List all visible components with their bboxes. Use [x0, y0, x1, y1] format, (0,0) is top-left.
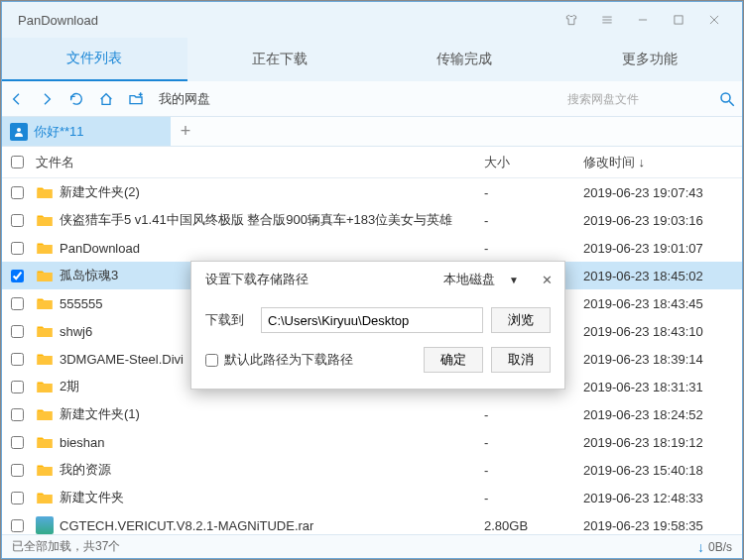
folder-icon [36, 322, 54, 340]
download-icon: ↓ [697, 539, 704, 555]
file-time: 2019-06-23 18:43:45 [583, 296, 742, 311]
folder-icon [36, 461, 54, 479]
refresh-button[interactable] [62, 81, 91, 117]
table-row[interactable]: bieshan-2019-06-23 18:19:12 [2, 428, 742, 456]
search-input[interactable] [567, 92, 667, 106]
file-time: 2019-06-23 18:45:02 [583, 269, 742, 283]
row-checkbox[interactable] [11, 242, 24, 255]
file-size: - [484, 213, 583, 228]
svg-rect-23 [38, 495, 53, 504]
minimize-button[interactable] [625, 2, 661, 38]
search-icon[interactable] [712, 84, 742, 114]
table-row[interactable]: 新建文件夹(2)-2019-06-23 19:07:43 [2, 178, 742, 206]
row-checkbox[interactable] [11, 381, 24, 393]
select-all-checkbox[interactable] [11, 156, 24, 168]
column-name[interactable]: 文件名 [32, 154, 484, 171]
file-time: 2019-06-23 19:03:16 [583, 213, 742, 228]
file-name: 555555 [60, 296, 102, 311]
default-path-checkbox[interactable]: 默认此路径为下载路径 [205, 351, 353, 369]
file-time: 2019-06-23 18:24:52 [583, 407, 742, 422]
svg-rect-16 [38, 300, 53, 309]
svg-line-10 [729, 101, 734, 106]
disk-selector[interactable]: 本地磁盘 ▼ [443, 271, 529, 288]
svg-rect-14 [38, 245, 53, 254]
tab-more[interactable]: 更多功能 [558, 38, 743, 81]
row-checkbox[interactable] [11, 353, 24, 366]
speed-text: 0B/s [708, 540, 732, 554]
file-name: CGTECH.VERICUT.V8.2.1-MAGNiTUDE.rar [60, 518, 313, 533]
back-button[interactable] [2, 81, 32, 117]
toolbar: 我的网盘 [2, 81, 742, 117]
file-size: - [484, 435, 583, 450]
file-name: 孤岛惊魂3 [60, 267, 118, 284]
table-row[interactable]: CGTECH.VERICUT.V8.2.1-MAGNiTUDE.rar2.80G… [2, 511, 742, 534]
row-checkbox[interactable] [11, 519, 24, 532]
account-name: 你好**11 [34, 123, 84, 141]
file-list: 新建文件夹(2)-2019-06-23 19:07:43侠盗猎车手5 v1.41… [2, 178, 742, 534]
breadcrumb[interactable]: 我的网盘 [151, 90, 567, 108]
download-path-input[interactable] [261, 307, 483, 333]
table-row[interactable]: PanDownload-2019-06-23 19:01:07 [2, 234, 742, 262]
archive-icon [36, 516, 54, 534]
row-checkbox[interactable] [11, 214, 24, 227]
svg-rect-12 [38, 189, 53, 198]
statusbar: 已全部加载，共37个 ↓ 0B/s [2, 534, 742, 558]
column-size[interactable]: 大小 [484, 154, 583, 171]
svg-rect-18 [38, 356, 53, 365]
add-account-button[interactable]: + [171, 117, 200, 146]
file-name: bieshan [60, 435, 105, 450]
file-size: 2.80GB [484, 518, 583, 533]
download-to-label: 下载到 [205, 311, 261, 329]
file-time: 2019-06-23 18:43:10 [583, 324, 742, 339]
cancel-button[interactable]: 取消 [491, 347, 551, 373]
table-row[interactable]: 新建文件夹(1)-2019-06-23 18:24:52 [2, 400, 742, 428]
file-size: - [484, 407, 583, 422]
tab-completed[interactable]: 传输完成 [372, 38, 558, 81]
tab-downloading[interactable]: 正在下载 [187, 38, 373, 81]
table-row[interactable]: 侠盗猎车手5 v1.41中国风终极版 整合版900辆真车+183位美女与英雄-2… [2, 206, 742, 234]
column-time[interactable]: 修改时间 ↓ [583, 154, 742, 171]
file-size: - [484, 491, 583, 505]
account-tabs: 你好**11 + [2, 117, 742, 147]
folder-icon [36, 350, 54, 368]
forward-button[interactable] [32, 81, 62, 117]
file-name: 新建文件夹 [60, 489, 124, 506]
dialog-close-button[interactable]: ✕ [529, 262, 564, 297]
svg-rect-17 [38, 328, 53, 337]
file-time: 2019-06-23 12:48:33 [583, 491, 742, 505]
row-checkbox[interactable] [11, 464, 24, 477]
menu-icon[interactable] [589, 2, 625, 38]
row-checkbox[interactable] [11, 270, 24, 282]
avatar-icon [10, 123, 28, 141]
file-name: shwj6 [60, 324, 92, 339]
row-checkbox[interactable] [11, 186, 24, 199]
maximize-button[interactable] [661, 2, 696, 38]
row-checkbox[interactable] [11, 492, 24, 504]
search-box [567, 86, 706, 112]
table-row[interactable]: 新建文件夹-2019-06-23 12:48:33 [2, 484, 742, 511]
svg-rect-22 [38, 467, 53, 476]
ok-button[interactable]: 确定 [424, 347, 483, 373]
shirt-icon[interactable] [554, 2, 589, 38]
home-button[interactable] [91, 81, 121, 117]
folder-icon [36, 211, 54, 229]
close-button[interactable] [696, 2, 732, 38]
account-tab[interactable]: 你好**11 [2, 117, 171, 146]
tab-file-list[interactable]: 文件列表 [2, 38, 187, 81]
row-checkbox[interactable] [11, 297, 24, 310]
svg-point-11 [17, 128, 21, 132]
file-size: - [484, 241, 583, 256]
svg-rect-15 [38, 273, 53, 281]
file-time: 2019-06-23 19:58:35 [583, 518, 742, 533]
file-name: 我的资源 [60, 461, 111, 479]
row-checkbox[interactable] [11, 436, 24, 449]
row-checkbox[interactable] [11, 325, 24, 338]
table-row[interactable]: 我的资源-2019-06-23 15:40:18 [2, 456, 742, 484]
browse-button[interactable]: 浏览 [491, 307, 551, 333]
svg-rect-4 [675, 16, 682, 24]
row-checkbox[interactable] [11, 408, 24, 421]
app-title: PanDownload [12, 13, 554, 28]
new-folder-button[interactable] [121, 81, 151, 117]
disk-label: 本地磁盘 [443, 271, 495, 288]
dialog-title: 设置下载存储路径 [205, 271, 309, 288]
